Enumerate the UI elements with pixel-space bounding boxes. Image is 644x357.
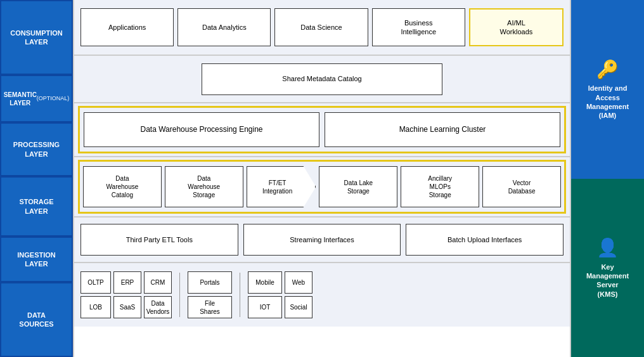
saas-box: SaaS: [113, 296, 141, 318]
right-panels: 🔑 Identity and Access Management (IAM) 👤…: [571, 0, 644, 357]
person-icon: 👤: [596, 237, 619, 259]
iam-panel: 🔑 Identity and Access Management (IAM): [571, 0, 644, 179]
ingestion-row: Third Party ETL Tools Streaming Interfac…: [74, 217, 570, 263]
storage-layer-label: STORAGELAYER: [0, 176, 73, 237]
processing-inner: Data Warehouse Processing Engine Machine…: [78, 106, 566, 153]
storage-inner: DataWarehouseCatalog DataWarehouseStorag…: [78, 160, 566, 214]
semantic-row: Shared Metadata Catalog: [74, 56, 570, 103]
iot-box: IOT: [248, 296, 282, 318]
dw-storage-box: DataWarehouseStorage: [165, 166, 243, 207]
file-shares-box: FileShares: [188, 296, 232, 318]
consumption-row: Applications Data Analytics Data Science…: [74, 0, 570, 56]
ml-cluster-box: Machine Learning Cluster: [325, 112, 560, 147]
applications-box: Applications: [80, 8, 174, 46]
main-content: Applications Data Analytics Data Science…: [73, 0, 571, 357]
data-analytics-box: Data Analytics: [177, 8, 271, 46]
ftet-integration-box: FT/ETIntegration: [247, 166, 316, 207]
datasources-row: OLTP ERP CRM LOB SaaS DataVendors Portal…: [74, 263, 570, 327]
key-icon: 🔑: [596, 58, 619, 81]
business-intelligence-box: BusinessIntelligence: [372, 8, 465, 46]
processing-layer-label: PROCESSINGLAYER: [0, 122, 73, 176]
erp-box: ERP: [113, 271, 141, 294]
third-party-etl-box: Third Party ETL Tools: [80, 224, 238, 256]
separator-2: [240, 273, 240, 317]
shared-metadata-catalog-box: Shared Metadata Catalog: [202, 63, 442, 95]
kms-panel: 👤 Key Management Server (KMS): [571, 179, 644, 358]
data-vendors-box: DataVendors: [144, 296, 172, 318]
separator-1: [179, 273, 180, 317]
vector-database-box: VectorDatabase: [482, 166, 561, 207]
lob-box: LOB: [80, 296, 111, 318]
streaming-interfaces-box: Streaming Interfaces: [243, 224, 401, 256]
semantic-layer-label: SEMANTICLAYER(OPTIONAL): [0, 75, 73, 122]
storage-row: DataWarehouseCatalog DataWarehouseStorag…: [74, 157, 570, 217]
architecture-diagram: CONSUMPTIONLAYER SEMANTICLAYER(OPTIONAL)…: [0, 0, 644, 357]
portals-box: Portals: [188, 271, 232, 294]
processing-row: Data Warehouse Processing Engine Machine…: [74, 103, 570, 157]
ancillary-mlops-box: AncillaryMLOPsStorage: [401, 166, 479, 207]
mobile-box: Mobile: [248, 271, 282, 294]
layers-column: CONSUMPTIONLAYER SEMANTICLAYER(OPTIONAL)…: [0, 0, 73, 357]
web-box: Web: [285, 271, 312, 294]
iam-label: Identity and Access Management (IAM): [586, 84, 629, 120]
ds-group-2: Portals FileShares: [188, 271, 232, 318]
batch-upload-box: Batch Upload Interfaces: [406, 224, 564, 256]
datasources-layer-label: DATASOURCES: [0, 282, 73, 357]
kms-label: Key Management Server (KMS): [586, 263, 629, 299]
social-box: Social: [285, 296, 312, 318]
ds-group-1: OLTP ERP CRM LOB SaaS DataVendors: [80, 271, 172, 318]
consumption-layer-label: CONSUMPTIONLAYER: [0, 0, 73, 75]
oltp-box: OLTP: [80, 271, 111, 294]
dw-processing-engine-box: Data Warehouse Processing Engine: [84, 112, 319, 147]
ingestion-layer-label: INGESTIONLAYER: [0, 237, 73, 282]
data-lake-storage-box: Data LakeStorage: [319, 166, 397, 207]
ds-group-3: Mobile Web IOT Social: [248, 271, 312, 318]
crm-box: CRM: [144, 271, 172, 294]
dw-catalog-box: DataWarehouseCatalog: [83, 166, 162, 207]
aiml-workloads-box: AI/MLWorkloads: [469, 8, 564, 46]
data-science-box: Data Science: [274, 8, 368, 46]
